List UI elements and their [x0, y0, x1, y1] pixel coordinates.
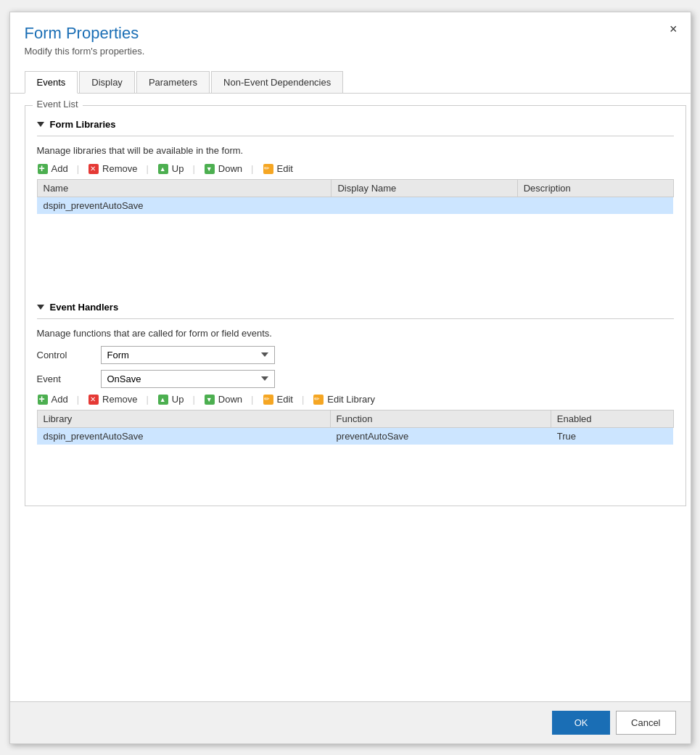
remove-icon-h	[88, 394, 99, 405]
control-row: Control Form	[37, 346, 674, 364]
edit-library-icon	[313, 394, 324, 405]
handlers-down-button[interactable]: Down	[197, 394, 250, 405]
handlers-add-button[interactable]: Add	[37, 394, 75, 405]
handler-function-cell: preventAutoSave	[330, 427, 551, 445]
event-list-legend: Event List	[33, 99, 83, 110]
libraries-edit-label: Edit	[277, 163, 293, 174]
control-label: Control	[37, 350, 95, 360]
handlers-header-row: Library Function Enabled	[37, 410, 673, 427]
handlers-toolbar: Add | Remove | Up	[37, 394, 674, 405]
libraries-remove-button[interactable]: Remove	[81, 163, 144, 175]
libraries-add-label: Add	[52, 163, 68, 174]
handlers-up-label: Up	[172, 394, 184, 405]
handlers-edit-button[interactable]: Edit	[255, 394, 300, 405]
handler-enabled-cell: True	[551, 427, 673, 445]
libraries-divider	[37, 136, 674, 136]
handlers-edit-library-label: Edit Library	[327, 394, 375, 405]
event-handlers-title: Event Handlers	[50, 302, 119, 313]
event-list-section: Event List Form Libraries Manage librari…	[25, 105, 686, 506]
add-icon	[37, 163, 49, 175]
libraries-edit-button[interactable]: Edit	[255, 163, 300, 175]
event-label: Event	[37, 374, 95, 384]
down-icon	[204, 163, 215, 175]
table-row[interactable]: dspin_preventAutoSave	[37, 197, 673, 214]
hsep1: |	[75, 394, 81, 405]
edit-icon	[263, 163, 274, 175]
remove-icon	[88, 163, 99, 175]
col-description: Description	[517, 179, 673, 197]
event-handlers-heading: Event Handlers	[37, 302, 674, 313]
scroll-area[interactable]: Event List Form Libraries Manage librari…	[10, 94, 691, 701]
sep1: |	[75, 163, 81, 174]
edit-icon-h	[263, 394, 274, 405]
ok-button[interactable]: OK	[552, 711, 610, 735]
libraries-down-label: Down	[218, 163, 242, 174]
tab-content-events: Event List Form Libraries Manage librari…	[10, 94, 691, 701]
handlers-description: Manage functions that are called for for…	[37, 328, 674, 339]
handlers-down-label: Down	[218, 394, 242, 405]
sep2: |	[144, 163, 149, 174]
collapse-arrow-handlers[interactable]	[37, 305, 44, 310]
handlers-remove-label: Remove	[102, 394, 137, 405]
tab-parameters[interactable]: Parameters	[136, 71, 210, 93]
hsep2: |	[144, 394, 149, 405]
tab-display[interactable]: Display	[79, 71, 135, 93]
dialog-body: Events Display Parameters Non-Event Depe…	[10, 64, 691, 701]
library-name-cell: dspin_preventAutoSave	[37, 197, 332, 214]
form-libraries-title: Form Libraries	[50, 119, 116, 130]
libraries-table-wrapper: Name Display Name Description dspin_prev…	[37, 179, 674, 284]
libraries-description: Manage libraries that will be available …	[37, 145, 674, 156]
tabs-bar: Events Display Parameters Non-Event Depe…	[10, 71, 691, 94]
libraries-remove-label: Remove	[102, 163, 137, 174]
sep3: |	[191, 163, 196, 174]
down-icon-h	[204, 394, 215, 405]
libraries-table: Name Display Name Description dspin_prev…	[37, 179, 674, 284]
dialog-footer: OK Cancel	[10, 701, 691, 743]
col-enabled: Enabled	[551, 410, 673, 427]
form-properties-dialog: Form Properties Modify this form's prope…	[9, 12, 691, 744]
libraries-up-label: Up	[172, 163, 184, 174]
empty-row-1	[37, 214, 673, 231]
empty-row-4	[37, 266, 673, 284]
handlers-divider	[37, 318, 674, 319]
tab-non-event-dependencies[interactable]: Non-Event Dependencies	[211, 71, 343, 93]
close-button[interactable]: ×	[670, 22, 678, 36]
handlers-up-button[interactable]: Up	[150, 394, 192, 405]
libraries-add-button[interactable]: Add	[37, 163, 75, 175]
libraries-down-button[interactable]: Down	[197, 163, 250, 175]
hsep3: |	[191, 394, 196, 405]
handlers-edit-label: Edit	[277, 394, 293, 405]
event-handlers-section: Event Handlers Manage functions that are…	[37, 302, 674, 497]
sep4: |	[250, 163, 255, 174]
dialog-title: Form Properties	[25, 24, 676, 43]
libraries-table-body: dspin_preventAutoSave	[37, 197, 673, 284]
handlers-remove-button[interactable]: Remove	[81, 394, 144, 405]
handlers-table-body: dspin_preventAutoSave preventAutoSave Tr…	[37, 427, 673, 445]
event-row: Event OnSave	[37, 370, 674, 388]
handler-library-cell: dspin_preventAutoSave	[37, 427, 330, 445]
empty-row-3	[37, 249, 673, 266]
handlers-edit-library-button[interactable]: Edit Library	[305, 394, 382, 405]
dialog-header: Form Properties Modify this form's prope…	[10, 12, 691, 64]
cancel-button[interactable]: Cancel	[616, 711, 675, 735]
col-display-name: Display Name	[332, 179, 517, 197]
library-display-name-cell	[332, 197, 517, 214]
up-icon	[157, 163, 169, 175]
handlers-table: Library Function Enabled dspin_preventAu…	[37, 410, 674, 445]
libraries-toolbar: Add | Remove | Up	[37, 163, 674, 175]
libraries-table-head: Name Display Name Description	[37, 179, 673, 197]
event-select[interactable]: OnSave	[101, 370, 275, 388]
form-libraries-section: Form Libraries Manage libraries that wil…	[37, 119, 674, 284]
libraries-up-button[interactable]: Up	[150, 163, 192, 175]
dialog-subtitle: Modify this form's properties.	[25, 46, 676, 57]
col-name: Name	[37, 179, 332, 197]
collapse-arrow-libraries[interactable]	[37, 122, 44, 127]
library-description-cell	[517, 197, 673, 214]
control-select[interactable]: Form	[101, 346, 275, 364]
tab-events[interactable]: Events	[25, 71, 78, 94]
up-icon-h	[157, 394, 169, 405]
table-row[interactable]: dspin_preventAutoSave preventAutoSave Tr…	[37, 427, 673, 445]
add-icon-h	[37, 394, 49, 405]
col-function: Function	[330, 410, 551, 427]
handlers-table-head: Library Function Enabled	[37, 410, 673, 427]
